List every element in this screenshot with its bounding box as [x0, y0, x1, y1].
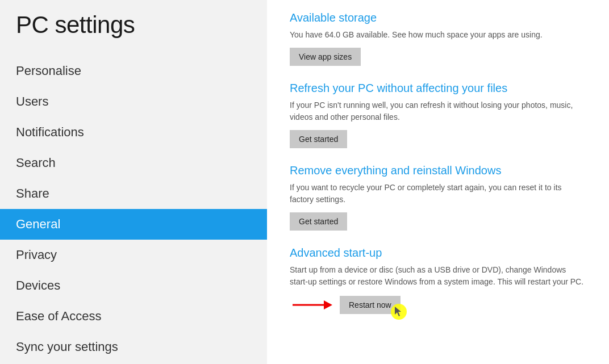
- section-title-remove-reinstall: Remove everything and reinstall Windows: [290, 164, 586, 177]
- sidebar-item-sync-your-settings[interactable]: Sync your settings: [0, 332, 267, 362]
- sidebar-item-privacy[interactable]: Privacy: [0, 240, 267, 270]
- sidebar-item-share[interactable]: Share: [0, 178, 267, 209]
- sidebar-item-general[interactable]: General: [0, 209, 267, 240]
- sidebar-item-devices[interactable]: Devices: [0, 270, 267, 301]
- section-title-available-storage: Available storage: [290, 11, 586, 24]
- sidebar-item-personalise[interactable]: Personalise: [0, 56, 267, 86]
- section-desc-remove-reinstall: If you want to recycle your PC or comple…: [290, 182, 586, 206]
- sidebar-nav: PersonaliseUsersNotificationsSearchShare…: [0, 56, 267, 364]
- section-refresh-pc: Refresh your PC without affecting your f…: [290, 82, 586, 148]
- sidebar-item-notifications[interactable]: Notifications: [0, 117, 267, 148]
- section-desc-available-storage: You have 64.0 GB available. See how much…: [290, 29, 586, 41]
- sidebar-item-ease-of-access[interactable]: Ease of Access: [0, 301, 267, 332]
- section-remove-reinstall: Remove everything and reinstall WindowsI…: [290, 164, 586, 231]
- section-title-refresh-pc: Refresh your PC without affecting your f…: [290, 82, 586, 95]
- arrow-indicator: [290, 295, 335, 315]
- btn-refresh-pc[interactable]: Get started: [290, 130, 347, 148]
- section-available-storage: Available storageYou have 64.0 GB availa…: [290, 11, 586, 66]
- main-content: Available storageYou have 64.0 GB availa…: [267, 0, 609, 364]
- sidebar: PC settings PersonaliseUsersNotification…: [0, 0, 267, 364]
- section-title-advanced-startup: Advanced start-up: [290, 246, 586, 260]
- cursor-highlight: [391, 304, 407, 320]
- btn-remove-reinstall[interactable]: Get started: [290, 212, 347, 231]
- restart-row: Restart now: [290, 295, 586, 315]
- svg-marker-1: [324, 300, 332, 309]
- btn-available-storage[interactable]: View app sizes: [290, 48, 361, 66]
- section-desc-refresh-pc: If your PC isn't running well, you can r…: [290, 99, 586, 123]
- page-title: PC settings: [0, 0, 267, 56]
- section-desc-advanced-startup: Start up from a device or disc (such as …: [290, 264, 586, 288]
- section-advanced-startup: Advanced start-upStart up from a device …: [290, 246, 586, 315]
- sidebar-item-search[interactable]: Search: [0, 148, 267, 178]
- sidebar-item-users[interactable]: Users: [0, 86, 267, 117]
